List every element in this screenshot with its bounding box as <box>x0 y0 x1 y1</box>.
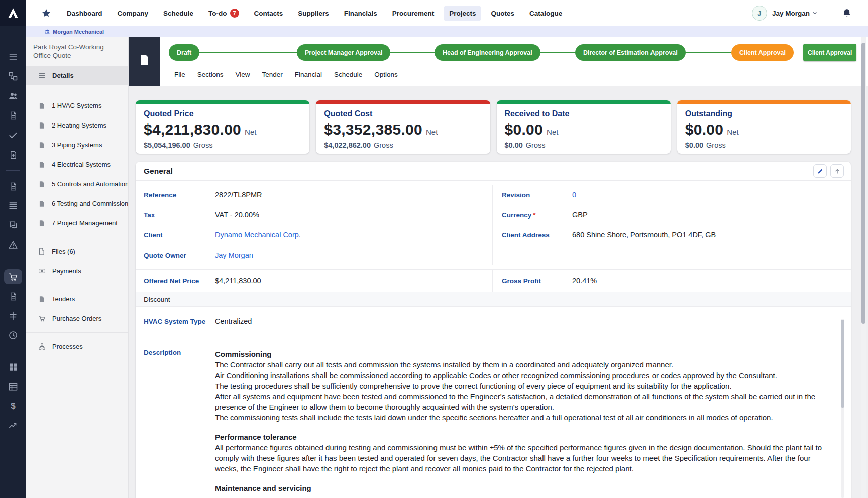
list-icon[interactable] <box>4 49 22 64</box>
sidebar-item-section-1[interactable]: 1 HVAC Systems <box>26 96 128 115</box>
quote-header: Draft Project Manager Approval Head of E… <box>129 37 868 86</box>
menu-options[interactable]: Options <box>374 71 398 78</box>
field-client: ClientDynamo Mechanical Corp. <box>136 225 492 245</box>
dollar-icon[interactable]: $ <box>4 399 22 414</box>
rail-divider <box>6 351 20 351</box>
document-icon <box>38 181 45 188</box>
nav-item-catalogue[interactable]: Catalogue <box>524 6 568 21</box>
rail-divider <box>6 261 20 261</box>
user-avatar[interactable]: J <box>752 6 767 21</box>
sidebar-item-purchase-orders[interactable]: Purchase Orders <box>26 309 128 328</box>
sidebar-item-payments[interactable]: Payments <box>26 261 128 281</box>
document-icon[interactable] <box>4 289 22 304</box>
adjustments-icon[interactable] <box>4 308 22 323</box>
arrow-up-icon <box>834 168 841 175</box>
clock-icon[interactable] <box>4 328 22 343</box>
document-icon[interactable] <box>4 179 22 194</box>
breadcrumb-company[interactable]: Morgan Mechanical <box>44 29 104 35</box>
app-logo[interactable] <box>0 0 26 26</box>
menu-view[interactable]: View <box>236 71 250 78</box>
document-icon <box>38 122 45 129</box>
page-scrollbar-thumb[interactable] <box>861 43 865 324</box>
people-icon[interactable] <box>4 88 22 103</box>
field-client-address: Client Address680 Shine Shore, Portsmout… <box>493 225 851 245</box>
check-icon[interactable] <box>4 128 22 143</box>
nav-item-schedule[interactable]: Schedule <box>158 6 199 21</box>
document-icon <box>38 220 45 227</box>
stack-icon[interactable] <box>4 198 22 213</box>
sidebar-processes-group: Processes <box>26 333 128 360</box>
document-icon <box>138 54 150 66</box>
nav-item-quotes[interactable]: Quotes <box>485 6 520 21</box>
sidebar-item-section-7[interactable]: 7 Project Management <box>26 213 128 233</box>
sidebar-item-files[interactable]: Files (6) <box>26 241 128 261</box>
nav-item-dashboard[interactable]: Dashboard <box>61 6 108 21</box>
top-nav: Dashboard Company Schedule To-do7 Contac… <box>26 0 868 26</box>
nav-item-financials[interactable]: Financials <box>339 6 383 21</box>
client-link[interactable]: Dynamo Mechanical Corp. <box>215 231 301 239</box>
grid-icon[interactable] <box>4 359 22 375</box>
document-upload-icon[interactable] <box>4 147 22 162</box>
nav-item-company[interactable]: Company <box>112 6 154 21</box>
description-scrollbar-thumb[interactable] <box>841 320 844 408</box>
trend-icon[interactable] <box>4 418 22 433</box>
workflow-step-draft[interactable]: Draft <box>169 44 199 61</box>
sidebar-item-section-5[interactable]: 5 Controls and Automation <box>26 174 128 194</box>
edit-button[interactable] <box>813 164 827 178</box>
chat-icon[interactable] <box>4 218 22 233</box>
notifications-bell-icon[interactable] <box>842 8 852 18</box>
kpi-accent-bar <box>677 100 851 104</box>
nav-item-suppliers[interactable]: Suppliers <box>292 6 335 21</box>
menu-sections[interactable]: Sections <box>197 71 224 78</box>
quote-tab-tile[interactable] <box>129 37 160 86</box>
workflow-step-client-approval[interactable]: Client Approval <box>731 44 794 61</box>
sidebar-item-section-2[interactable]: 2 Heating Systems <box>26 115 128 135</box>
revision-link[interactable]: 0 <box>572 191 576 199</box>
nav-item-todo[interactable]: To-do7 <box>203 5 244 22</box>
pencil-icon <box>817 168 824 175</box>
favorite-star-icon[interactable] <box>41 8 51 18</box>
kpi-gross-value: $4,022,862.00 <box>324 141 371 149</box>
building-icon <box>44 29 50 35</box>
quote-owner-link[interactable]: Jay Morgan <box>215 251 253 259</box>
nav-right: J Jay Morgan <box>752 6 852 21</box>
sidebar-item-tenders[interactable]: Tenders <box>26 289 128 309</box>
kpi-quoted-cost: Quoted Cost $3,352,385.00Net $4,022,862.… <box>316 100 490 154</box>
field-hvac-system-type: HVAC System Type Centralized <box>136 307 851 336</box>
hierarchy-icon[interactable] <box>4 69 22 84</box>
cart-icon[interactable] <box>4 269 22 284</box>
logo-a-icon <box>7 7 20 20</box>
menu-file[interactable]: File <box>174 71 185 78</box>
cart-icon <box>38 315 46 322</box>
field-quote-owner: Quote OwnerJay Morgan <box>136 245 492 265</box>
nav-item-contacts[interactable]: Contacts <box>249 6 289 21</box>
warning-icon[interactable] <box>4 237 22 253</box>
collapse-button[interactable] <box>830 164 844 178</box>
menu-schedule[interactable]: Schedule <box>334 71 362 78</box>
field-reference: Reference2822/TL8PMR <box>136 185 492 205</box>
kpi-outstanding: Outstanding $0.00Net $0.00Gross <box>677 100 851 154</box>
nav-item-projects[interactable]: Projects <box>444 6 481 21</box>
field-gross-profit: Gross Profit20.41% <box>493 270 851 292</box>
payments-icon <box>38 267 46 275</box>
sidebar-item-section-4[interactable]: 4 Electrical Systems <box>26 155 128 174</box>
icon-rail: $ <box>0 0 26 498</box>
client-approval-button[interactable]: Client Approval <box>803 44 856 61</box>
chevron-down-icon <box>812 10 818 16</box>
sidebar-item-section-3[interactable]: 3 Piping Systems <box>26 135 128 155</box>
menu-tender[interactable]: Tender <box>262 71 283 78</box>
field-tax: TaxVAT - 20.00% <box>136 205 492 225</box>
sidebar-item-section-6[interactable]: 6 Testing and Commissioning <box>26 194 128 213</box>
sidebar-item-processes[interactable]: Processes <box>26 337 128 356</box>
workflow-step-project-manager-approval[interactable]: Project Manager Approval <box>297 44 390 61</box>
sidebar-item-details[interactable]: Details <box>26 66 128 85</box>
general-panel-header: General <box>136 162 851 181</box>
workflow-step-head-of-engineering-approval[interactable]: Head of Engineering Approval <box>435 44 540 61</box>
menu-financial[interactable]: Financial <box>295 71 322 78</box>
document-icon[interactable] <box>4 108 22 123</box>
sidebar-tenders-group: Tenders Purchase Orders <box>26 285 128 332</box>
workflow-step-director-of-estimation-approval[interactable]: Director of Estimation Approval <box>575 44 686 61</box>
table-icon[interactable] <box>4 379 22 394</box>
nav-item-procurement[interactable]: Procurement <box>387 6 440 21</box>
user-menu[interactable]: Jay Morgan <box>772 10 818 17</box>
